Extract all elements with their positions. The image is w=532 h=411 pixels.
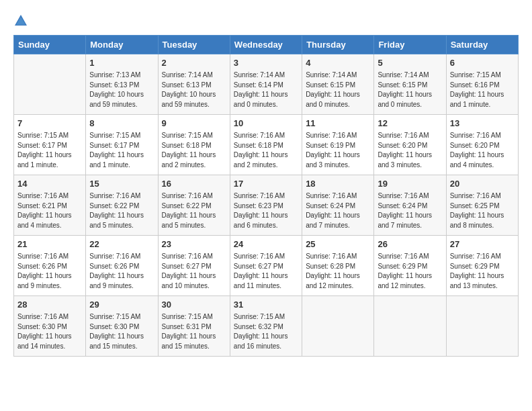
day-number: 16: [162, 178, 226, 190]
calendar-body: 1Sunrise: 7:13 AM Sunset: 6:13 PM Daylig…: [14, 54, 519, 357]
day-number: 31: [234, 299, 298, 311]
day-info: Sunrise: 7:16 AM Sunset: 6:29 PM Dayligh…: [378, 252, 442, 291]
day-info: Sunrise: 7:16 AM Sunset: 6:26 PM Dayligh…: [17, 252, 82, 291]
day-info: Sunrise: 7:16 AM Sunset: 6:20 PM Dayligh…: [378, 131, 442, 170]
day-cell: 9Sunrise: 7:15 AM Sunset: 6:18 PM Daylig…: [158, 115, 230, 175]
day-cell: [374, 296, 446, 357]
day-info: Sunrise: 7:16 AM Sunset: 6:28 PM Dayligh…: [306, 252, 370, 291]
day-info: Sunrise: 7:16 AM Sunset: 6:26 PM Dayligh…: [89, 252, 154, 291]
page-header: [13, 13, 519, 28]
day-number: 15: [89, 178, 154, 190]
day-number: 18: [306, 178, 370, 190]
day-number: 28: [17, 299, 82, 311]
day-number: 4: [306, 57, 370, 69]
day-number: 9: [162, 118, 226, 130]
day-cell: 30Sunrise: 7:15 AM Sunset: 6:31 PM Dayli…: [158, 296, 230, 357]
day-cell: 14Sunrise: 7:16 AM Sunset: 6:21 PM Dayli…: [14, 175, 86, 236]
day-number: 12: [378, 118, 442, 130]
day-cell: 1Sunrise: 7:13 AM Sunset: 6:13 PM Daylig…: [86, 54, 158, 115]
week-row-2: 7Sunrise: 7:15 AM Sunset: 6:17 PM Daylig…: [14, 115, 519, 175]
day-number: 7: [17, 118, 82, 130]
day-number: 23: [162, 238, 226, 250]
day-cell: 8Sunrise: 7:15 AM Sunset: 6:17 PM Daylig…: [86, 115, 158, 175]
day-number: 27: [450, 238, 515, 250]
day-info: Sunrise: 7:15 AM Sunset: 6:17 PM Dayligh…: [89, 131, 154, 170]
header-saturday: Saturday: [446, 36, 518, 54]
week-row-4: 21Sunrise: 7:16 AM Sunset: 6:26 PM Dayli…: [14, 236, 519, 296]
day-info: Sunrise: 7:14 AM Sunset: 6:15 PM Dayligh…: [378, 71, 442, 109]
day-number: 21: [17, 238, 82, 250]
day-number: 26: [378, 238, 442, 250]
day-cell: [446, 296, 518, 357]
day-number: 13: [450, 118, 515, 130]
day-cell: 28Sunrise: 7:16 AM Sunset: 6:30 PM Dayli…: [14, 296, 86, 357]
day-info: Sunrise: 7:14 AM Sunset: 6:13 PM Dayligh…: [162, 71, 226, 109]
day-cell: 18Sunrise: 7:16 AM Sunset: 6:24 PM Dayli…: [302, 175, 374, 236]
day-number: 6: [450, 57, 515, 69]
header-thursday: Thursday: [302, 36, 374, 54]
day-number: 3: [234, 57, 298, 69]
day-info: Sunrise: 7:15 AM Sunset: 6:18 PM Dayligh…: [162, 131, 226, 170]
day-number: 8: [89, 118, 154, 130]
day-cell: 31Sunrise: 7:15 AM Sunset: 6:32 PM Dayli…: [230, 296, 302, 357]
day-info: Sunrise: 7:15 AM Sunset: 6:30 PM Dayligh…: [89, 312, 154, 351]
header-wednesday: Wednesday: [230, 36, 302, 54]
day-cell: 16Sunrise: 7:16 AM Sunset: 6:22 PM Dayli…: [158, 175, 230, 236]
header-row: SundayMondayTuesdayWednesdayThursdayFrid…: [14, 36, 519, 54]
day-cell: 13Sunrise: 7:16 AM Sunset: 6:20 PM Dayli…: [446, 115, 518, 175]
day-info: Sunrise: 7:16 AM Sunset: 6:22 PM Dayligh…: [89, 191, 154, 230]
day-number: 30: [162, 299, 226, 311]
day-info: Sunrise: 7:14 AM Sunset: 6:14 PM Dayligh…: [234, 71, 298, 109]
day-number: 22: [89, 238, 154, 250]
day-cell: [14, 54, 86, 115]
day-number: 20: [450, 178, 515, 190]
day-info: Sunrise: 7:16 AM Sunset: 6:24 PM Dayligh…: [306, 191, 370, 230]
day-cell: 15Sunrise: 7:16 AM Sunset: 6:22 PM Dayli…: [86, 175, 158, 236]
day-info: Sunrise: 7:16 AM Sunset: 6:24 PM Dayligh…: [378, 191, 442, 230]
day-number: 11: [306, 118, 370, 130]
header-friday: Friday: [374, 36, 446, 54]
day-number: 1: [89, 57, 154, 69]
logo: [13, 13, 31, 28]
day-cell: 11Sunrise: 7:16 AM Sunset: 6:19 PM Dayli…: [302, 115, 374, 175]
day-number: 25: [306, 238, 370, 250]
day-cell: 12Sunrise: 7:16 AM Sunset: 6:20 PM Dayli…: [374, 115, 446, 175]
day-info: Sunrise: 7:13 AM Sunset: 6:13 PM Dayligh…: [89, 71, 154, 109]
day-cell: [302, 296, 374, 357]
day-info: Sunrise: 7:16 AM Sunset: 6:30 PM Dayligh…: [17, 312, 82, 351]
day-info: Sunrise: 7:15 AM Sunset: 6:17 PM Dayligh…: [17, 131, 82, 170]
day-cell: 19Sunrise: 7:16 AM Sunset: 6:24 PM Dayli…: [374, 175, 446, 236]
day-cell: 21Sunrise: 7:16 AM Sunset: 6:26 PM Dayli…: [14, 236, 86, 296]
day-info: Sunrise: 7:16 AM Sunset: 6:23 PM Dayligh…: [234, 191, 298, 230]
day-number: 14: [17, 178, 82, 190]
day-info: Sunrise: 7:16 AM Sunset: 6:18 PM Dayligh…: [234, 131, 298, 170]
day-info: Sunrise: 7:14 AM Sunset: 6:15 PM Dayligh…: [306, 71, 370, 109]
day-number: 29: [89, 299, 154, 311]
day-number: 24: [234, 238, 298, 250]
day-info: Sunrise: 7:15 AM Sunset: 6:16 PM Dayligh…: [450, 71, 515, 109]
day-info: Sunrise: 7:15 AM Sunset: 6:32 PM Dayligh…: [234, 312, 298, 351]
day-info: Sunrise: 7:16 AM Sunset: 6:25 PM Dayligh…: [450, 191, 515, 230]
header-tuesday: Tuesday: [158, 36, 230, 54]
day-info: Sunrise: 7:16 AM Sunset: 6:27 PM Dayligh…: [162, 252, 226, 291]
day-cell: 23Sunrise: 7:16 AM Sunset: 6:27 PM Dayli…: [158, 236, 230, 296]
day-info: Sunrise: 7:16 AM Sunset: 6:29 PM Dayligh…: [450, 252, 515, 291]
calendar-header: SundayMondayTuesdayWednesdayThursdayFrid…: [14, 36, 519, 54]
day-info: Sunrise: 7:16 AM Sunset: 6:19 PM Dayligh…: [306, 131, 370, 170]
day-cell: 17Sunrise: 7:16 AM Sunset: 6:23 PM Dayli…: [230, 175, 302, 236]
day-cell: 27Sunrise: 7:16 AM Sunset: 6:29 PM Dayli…: [446, 236, 518, 296]
day-cell: 24Sunrise: 7:16 AM Sunset: 6:27 PM Dayli…: [230, 236, 302, 296]
day-cell: 3Sunrise: 7:14 AM Sunset: 6:14 PM Daylig…: [230, 54, 302, 115]
day-cell: 5Sunrise: 7:14 AM Sunset: 6:15 PM Daylig…: [374, 54, 446, 115]
day-cell: 7Sunrise: 7:15 AM Sunset: 6:17 PM Daylig…: [14, 115, 86, 175]
header-monday: Monday: [86, 36, 158, 54]
day-info: Sunrise: 7:15 AM Sunset: 6:31 PM Dayligh…: [162, 312, 226, 351]
week-row-5: 28Sunrise: 7:16 AM Sunset: 6:30 PM Dayli…: [14, 296, 519, 357]
day-cell: 6Sunrise: 7:15 AM Sunset: 6:16 PM Daylig…: [446, 54, 518, 115]
day-cell: 26Sunrise: 7:16 AM Sunset: 6:29 PM Dayli…: [374, 236, 446, 296]
day-number: 17: [234, 178, 298, 190]
day-cell: 20Sunrise: 7:16 AM Sunset: 6:25 PM Dayli…: [446, 175, 518, 236]
logo-icon: [13, 13, 28, 28]
day-cell: 2Sunrise: 7:14 AM Sunset: 6:13 PM Daylig…: [158, 54, 230, 115]
day-cell: 4Sunrise: 7:14 AM Sunset: 6:15 PM Daylig…: [302, 54, 374, 115]
